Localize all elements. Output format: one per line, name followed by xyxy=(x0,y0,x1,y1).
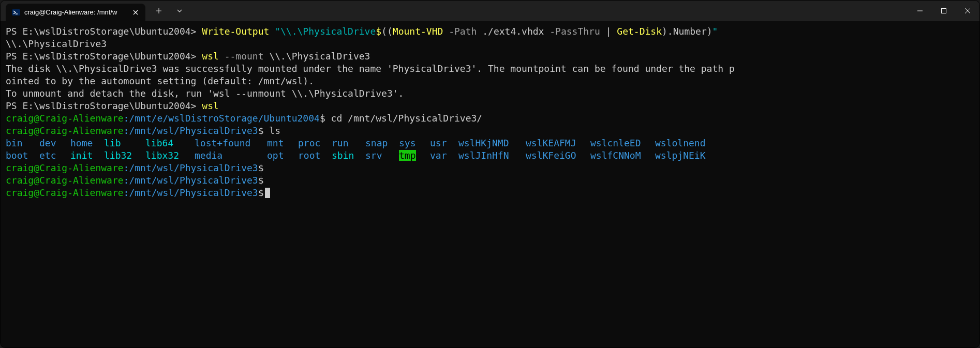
ps-token: Number) xyxy=(673,26,712,37)
ps-token: | xyxy=(606,26,617,37)
bash-dollar: $ xyxy=(258,162,264,173)
bash-command: cd /mnt/wsl/PhysicalDrive3/ xyxy=(325,113,482,124)
ls-entry: srv xyxy=(365,149,399,162)
bash-user: craig@Craig-Alienware xyxy=(6,162,124,173)
ps-token: Mount-VHD xyxy=(393,26,449,37)
ls-entry: usr xyxy=(430,137,458,149)
ps-prompt: PS E:\wslDistroStorage\Ubuntu2004> xyxy=(6,51,202,62)
terminal-line: craig@Craig-Alienware:/mnt/wsl/PhysicalD… xyxy=(6,187,974,199)
tab-title: craig@Craig-Alienware: /mnt/w xyxy=(24,6,127,19)
ps-token: wsl xyxy=(202,100,219,111)
ls-entry: lib xyxy=(104,137,145,149)
terminal-line: To unmount and detach the disk, run 'wsl… xyxy=(6,87,974,100)
bash-dollar: $ xyxy=(258,187,264,198)
ls-entry: mnt xyxy=(267,137,298,149)
tab-dropdown-button[interactable] xyxy=(170,3,189,19)
terminal-line: The disk \\.\PhysicalDrive3 was successf… xyxy=(6,63,974,75)
bash-dollar: $ xyxy=(320,113,325,124)
ls-entry: wslcnleED xyxy=(590,137,655,149)
ls-entry: wslJInHfN xyxy=(458,149,526,162)
terminal-line: PS E:\wslDistroStorage\Ubuntu2004> wsl xyxy=(6,100,974,112)
bash-user: craig@Craig-Alienware xyxy=(6,187,124,198)
cursor xyxy=(265,188,270,198)
ps-token: " xyxy=(712,26,718,37)
terminal-line: PS E:\wslDistroStorage\Ubuntu2004> wsl -… xyxy=(6,50,974,63)
ls-entry: home xyxy=(70,137,104,149)
ls-entry: media xyxy=(195,149,267,162)
ls-entry: lost+found xyxy=(195,137,267,149)
ls-entry: wslfCNNoM xyxy=(590,149,655,162)
ps-token: (( xyxy=(381,26,393,37)
ps-token: -PassThru xyxy=(550,26,605,37)
tab-active[interactable]: craig@Craig-Alienware: /mnt/w xyxy=(6,4,145,21)
ps-token: wsl xyxy=(202,51,224,62)
ls-entry: var xyxy=(430,149,458,162)
minimize-button[interactable] xyxy=(908,1,932,21)
svg-rect-3 xyxy=(942,9,946,13)
ls-entry: lib32 xyxy=(104,149,145,162)
ps-prompt: PS E:\wslDistroStorage\Ubuntu2004> xyxy=(6,100,202,111)
ls-entry: wslKFeiGO xyxy=(526,149,590,162)
ls-entry: lib64 xyxy=(145,137,195,149)
ls-entry: wslpjNEiK xyxy=(655,149,717,162)
ls-entry: wslHKjNMD xyxy=(458,137,526,149)
titlebar[interactable]: craig@Craig-Alienware: /mnt/w xyxy=(1,1,979,21)
bash-path: :/mnt/wsl/PhysicalDrive3 xyxy=(124,175,258,186)
terminal-line: \\.\PhysicalDrive3 xyxy=(6,38,974,50)
ps-token: -Path xyxy=(449,26,482,37)
bash-user: craig@Craig-Alienware xyxy=(6,175,124,186)
terminal-window: craig@Craig-Alienware: /mnt/w xyxy=(0,0,980,348)
terminal-line: craig@Craig-Alienware:/mnt/wsl/PhysicalD… xyxy=(6,174,974,187)
output-text: The disk \\.\PhysicalDrive3 was successf… xyxy=(6,63,735,74)
terminal-surface[interactable]: PS E:\wslDistroStorage\Ubuntu2004> Write… xyxy=(1,21,979,347)
ps-prompt: PS E:\wslDistroStorage\Ubuntu2004> xyxy=(6,26,202,37)
maximize-button[interactable] xyxy=(932,1,956,21)
ps-token: --mount xyxy=(225,51,270,62)
ps-token: ./ext4.vhdx xyxy=(482,26,550,37)
ps-token: \\.\PhysicalDrive3 xyxy=(269,51,370,62)
terminal-line: bindevhomeliblib64lost+foundmntprocrunsn… xyxy=(6,137,974,149)
ls-entry: boot xyxy=(6,149,39,162)
ls-entry: run xyxy=(332,137,365,149)
bash-path: :/mnt/wsl/PhysicalDrive3 xyxy=(124,125,258,136)
bash-path: :/mnt/wsl/PhysicalDrive3 xyxy=(124,187,258,198)
terminal-line: craig@Craig-Alienware:/mnt/e/wslDistroSt… xyxy=(6,112,974,125)
ls-entry: proc xyxy=(298,137,332,149)
ls-entry: wslKEAFMJ xyxy=(526,137,590,149)
bash-path: :/mnt/e/wslDistroStorage/Ubuntu2004 xyxy=(124,113,320,124)
ls-entry: libx32 xyxy=(145,149,195,162)
bash-user: craig@Craig-Alienware xyxy=(6,113,124,124)
output-text: ointed to by the automount setting (defa… xyxy=(6,75,314,86)
titlebar-drag-region[interactable] xyxy=(189,1,908,21)
ls-entry: init xyxy=(70,149,104,162)
ps-token: "\\.\PhysicalDrive xyxy=(275,26,376,37)
bash-user: craig@Craig-Alienware xyxy=(6,125,124,136)
ps-token: ). xyxy=(662,26,673,37)
new-tab-button[interactable] xyxy=(150,3,168,19)
terminal-line: craig@Craig-Alienware:/mnt/wsl/PhysicalD… xyxy=(6,125,974,137)
terminal-line: bootetcinitlib32libx32mediaoptrootsbinsr… xyxy=(6,149,974,162)
output-text: \\.\PhysicalDrive3 xyxy=(6,38,107,49)
bash-dollar: $ xyxy=(258,125,264,136)
ls-entry: opt xyxy=(267,149,298,162)
output-text: To unmount and detach the disk, run 'wsl… xyxy=(6,88,404,99)
bash-command: ls xyxy=(264,125,281,136)
close-window-button[interactable] xyxy=(956,1,979,21)
tab-actions xyxy=(145,1,189,21)
ps-token: Get-Disk xyxy=(617,26,662,37)
ls-entry: dev xyxy=(39,137,70,149)
terminal-line: ointed to by the automount setting (defa… xyxy=(6,75,974,87)
tab-close-button[interactable] xyxy=(131,8,140,17)
bash-path: :/mnt/wsl/PhysicalDrive3 xyxy=(124,162,258,173)
powershell-icon xyxy=(12,8,20,17)
ls-entry: sys xyxy=(399,137,430,149)
ps-token: Write-Output xyxy=(202,26,275,37)
bash-dollar: $ xyxy=(258,175,264,186)
ls-entry: etc xyxy=(39,149,70,162)
ls-entry: sbin xyxy=(332,149,365,162)
window-controls xyxy=(908,1,979,21)
ls-entry: tmp xyxy=(399,149,430,162)
ls-entry: root xyxy=(298,149,332,162)
terminal-line: craig@Craig-Alienware:/mnt/wsl/PhysicalD… xyxy=(6,162,974,174)
ls-entry: wslolnend xyxy=(655,137,717,149)
